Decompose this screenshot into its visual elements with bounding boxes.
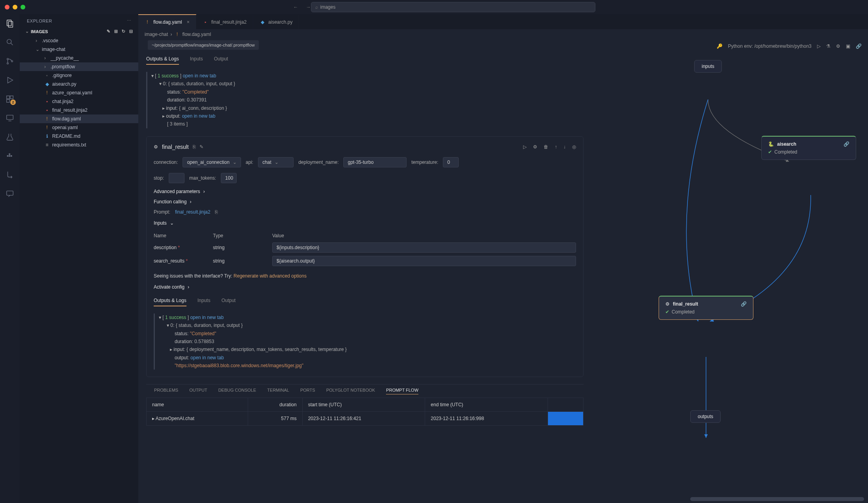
tree-item[interactable]: ⌄image-chat xyxy=(20,45,138,54)
tree-item[interactable]: ◦.gitignore xyxy=(20,71,138,80)
run-debug-icon[interactable] xyxy=(5,75,15,85)
link-action-icon[interactable]: 🔗 xyxy=(856,43,862,49)
tree-item[interactable]: ›.promptflow xyxy=(20,62,138,71)
command-center[interactable]: ⌕ images xyxy=(311,2,595,12)
value-input-search[interactable]: ${aisearch.output} xyxy=(272,256,576,266)
open-in-new-tab-link[interactable]: open in new tab xyxy=(182,113,215,119)
up-icon[interactable]: ↑ xyxy=(555,144,557,150)
open-in-new-tab-link[interactable]: open in new tab xyxy=(190,315,224,320)
flask-icon[interactable]: ⚗ xyxy=(826,43,830,49)
col-duration[interactable]: duration xyxy=(248,398,302,412)
value-input-description[interactable]: ${inputs.description} xyxy=(272,242,576,253)
test-icon[interactable] xyxy=(5,132,15,142)
new-folder-icon[interactable]: ⊞ xyxy=(114,29,118,34)
sidebar-more-icon[interactable]: ⋯ xyxy=(127,18,132,23)
refresh-icon[interactable]: ↻ xyxy=(122,29,125,34)
panel-tab-polyglot[interactable]: POLYGLOT NOTEBOOK xyxy=(326,388,375,394)
advanced-params-toggle[interactable]: Advanced parameters› xyxy=(154,189,576,194)
tab-final[interactable]: ▪final_result.jinja2 xyxy=(196,14,253,29)
tree-item-selected[interactable]: !flow.dag.yaml xyxy=(20,114,138,123)
maxtokens-input[interactable]: 100 xyxy=(221,173,237,183)
prompt-link[interactable]: final_result.jinja2 xyxy=(175,209,210,215)
panel-tab-ports[interactable]: PORTS xyxy=(300,388,315,394)
link-icon[interactable]: 🔗 xyxy=(844,141,849,147)
tab-flow[interactable]: !flow.dag.yaml× xyxy=(138,14,196,29)
close-icon[interactable]: × xyxy=(187,19,190,25)
subtab-inputs-2[interactable]: Inputs xyxy=(198,298,211,306)
run-icon[interactable]: ▷ xyxy=(817,43,821,49)
tree-item[interactable]: ▪final_result.jinja2 xyxy=(20,106,138,114)
extensions-icon[interactable]: 2 xyxy=(5,94,15,104)
docker-icon[interactable] xyxy=(5,151,15,161)
horizontal-scrollbar[interactable] xyxy=(690,497,864,501)
tree-item[interactable]: ›__pycache__ xyxy=(20,54,138,62)
search-activity-icon[interactable] xyxy=(5,37,15,47)
temperature-input[interactable]: 0 xyxy=(443,157,459,167)
inputs-toggle[interactable]: Inputs⌄ xyxy=(154,220,576,226)
edit-icon[interactable]: ✎ xyxy=(200,144,203,150)
remote-icon[interactable] xyxy=(5,113,15,123)
subtab-output[interactable]: Output xyxy=(214,56,228,65)
col-end[interactable]: end time (UTC) xyxy=(425,398,548,412)
api-select[interactable]: chat⌄ xyxy=(258,157,294,167)
deployment-input[interactable]: gpt-35-turbo xyxy=(343,157,407,167)
col-start[interactable]: start time (UTC) xyxy=(302,398,425,412)
breadcrumb[interactable]: image-chat› !flow.dag.yaml xyxy=(138,29,868,39)
copy-icon[interactable]: ⎘ xyxy=(193,144,196,150)
panel-tab-problems[interactable]: PROBLEMS xyxy=(154,388,178,394)
close-window[interactable] xyxy=(5,5,9,9)
new-file-icon[interactable]: ✎ xyxy=(107,29,110,34)
connection-select[interactable]: open_ai_connection⌄ xyxy=(183,157,241,167)
tree-item[interactable]: ▪chat.jinja2 xyxy=(20,97,138,106)
stop-input[interactable] xyxy=(169,173,185,183)
play-icon[interactable]: ▷ xyxy=(523,144,527,150)
panel-tab-debug[interactable]: DEBUG CONSOLE xyxy=(218,388,256,394)
regenerate-link[interactable]: Regenerate with advanced options xyxy=(233,273,307,279)
graph-node-aisearch[interactable]: 🐍aisearch🔗 ✔Completed xyxy=(761,136,856,160)
collapse-icon[interactable]: ⊟ xyxy=(129,29,133,34)
function-calling-toggle[interactable]: Function calling› xyxy=(154,199,576,205)
run-row-name[interactable]: ▸ AzureOpenAI.chat xyxy=(147,412,248,426)
tab-aisearch[interactable]: ◆aisearch.py xyxy=(253,14,299,29)
graph-node-outputs[interactable]: outputs xyxy=(690,410,721,423)
delete-icon[interactable]: 🗑 xyxy=(544,144,548,150)
nav-forward-icon[interactable]: → xyxy=(306,4,311,10)
maximize-window[interactable] xyxy=(21,5,25,9)
open-in-new-tab-link[interactable]: open in new tab xyxy=(183,73,216,79)
tree-item[interactable]: ≡requirements.txt xyxy=(20,141,138,149)
subtab-output-2[interactable]: Output xyxy=(221,298,235,306)
nav-back-icon[interactable]: ← xyxy=(294,4,298,10)
graph-node-inputs[interactable]: inputs xyxy=(694,60,722,73)
col-name[interactable]: name xyxy=(147,398,248,412)
tree-item[interactable]: ›.vscode xyxy=(20,36,138,45)
comments-icon[interactable] xyxy=(5,189,15,199)
panel-tab-terminal[interactable]: TERMINAL xyxy=(267,388,289,394)
down-icon[interactable]: ↓ xyxy=(563,144,566,150)
graph-node-final-result[interactable]: ⚙final_result🔗 ✔Completed xyxy=(659,296,753,320)
python-env[interactable]: Python env: /opt/homebrew/bin/python3 xyxy=(728,43,812,49)
tree-item[interactable]: ℹREADME.md xyxy=(20,132,138,141)
activate-config-toggle[interactable]: Activate config› xyxy=(154,284,576,290)
source-control-icon[interactable] xyxy=(5,56,15,66)
subtab-outputs-2[interactable]: Outputs & Logs xyxy=(154,298,186,306)
panel-tab-promptflow[interactable]: PROMPT FLOW xyxy=(386,388,418,394)
section-header[interactable]: ⌄ IMAGES ✎ ⊞ ↻ ⊟ xyxy=(20,27,138,36)
open-in-new-tab-link[interactable]: open in new tab xyxy=(190,355,224,360)
tree-item[interactable]: !azure_openai.yaml xyxy=(20,88,138,97)
settings-icon[interactable]: ⚙ xyxy=(836,43,840,49)
explorer-icon[interactable] xyxy=(5,18,15,28)
subtab-outputs[interactable]: Outputs & Logs xyxy=(146,56,179,65)
open-file-icon[interactable]: ⎘ xyxy=(215,209,218,215)
panel-tab-output[interactable]: OUTPUT xyxy=(189,388,207,394)
graph-pane[interactable]: inputs 🐍aisearch🔗 ✔Completed ⚙final_resu… xyxy=(591,53,868,503)
tune-icon[interactable]: ⚙ xyxy=(533,144,537,150)
layout-icon[interactable]: ▣ xyxy=(846,43,850,49)
target-icon[interactable]: ◎ xyxy=(572,144,576,150)
link-icon[interactable]: 🔗 xyxy=(741,301,747,307)
subtab-inputs[interactable]: Inputs xyxy=(190,56,203,65)
key-icon[interactable]: 🔑 xyxy=(717,43,723,49)
promptflow-activity-icon[interactable] xyxy=(5,170,15,180)
tree-item[interactable]: ◆aisearch.py xyxy=(20,80,138,88)
minimize-window[interactable] xyxy=(13,5,17,9)
tree-item[interactable]: !openai.yaml xyxy=(20,123,138,132)
